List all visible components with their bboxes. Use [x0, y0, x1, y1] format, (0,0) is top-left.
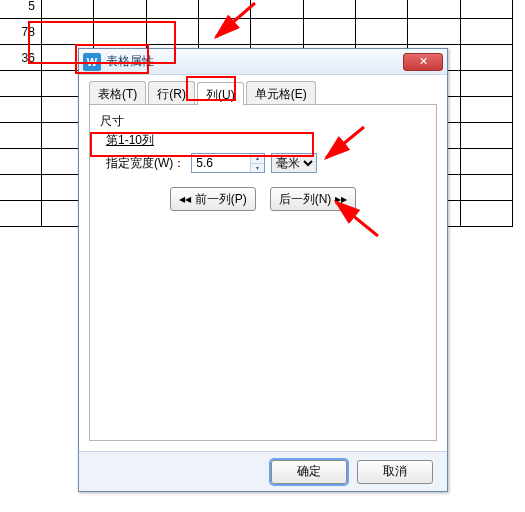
rewind-icon: ◀◀	[179, 195, 191, 204]
dialog-footer: 确定 取消	[79, 451, 447, 491]
tab-strip: 表格(T) 行(R) 列(U) 单元格(E)	[89, 81, 437, 105]
close-icon: ✕	[419, 55, 428, 68]
tab-column[interactable]: 列(U)	[197, 82, 244, 105]
tab-table[interactable]: 表格(T)	[89, 81, 146, 104]
dialog-title: 表格属性	[106, 53, 403, 70]
width-row: 指定宽度(W)： ▴ ▾ 毫米	[106, 153, 426, 173]
size-group-label: 尺寸	[100, 113, 426, 130]
column-range-label: 第1-10列	[106, 132, 426, 149]
cell[interactable]: 36	[0, 45, 41, 71]
next-column-button[interactable]: 后一列(N) ▶▶	[270, 187, 357, 211]
width-label: 指定宽度(W)：	[106, 155, 185, 172]
prev-label: 前一列(P)	[195, 191, 247, 208]
tab-cell[interactable]: 单元格(E)	[246, 81, 316, 104]
unit-select[interactable]: 毫米	[271, 153, 317, 173]
cancel-button[interactable]: 取消	[357, 460, 433, 484]
cell[interactable]: 78	[0, 19, 41, 45]
tab-content: 尺寸 第1-10列 指定宽度(W)： ▴ ▾ 毫米 ◀◀ 前一列(	[89, 105, 437, 441]
ok-button[interactable]: 确定	[271, 460, 347, 484]
cell[interactable]: 5	[0, 0, 41, 19]
spin-down-icon[interactable]: ▾	[251, 164, 264, 173]
next-label: 后一列(N)	[279, 191, 332, 208]
width-input[interactable]	[192, 154, 250, 172]
forward-icon: ▶▶	[335, 195, 347, 204]
width-spinner: ▴ ▾	[191, 153, 265, 173]
titlebar[interactable]: W 表格属性 ✕	[79, 49, 447, 75]
table-properties-dialog: W 表格属性 ✕ 表格(T) 行(R) 列(U) 单元格(E) 尺寸 第1-10…	[78, 48, 448, 492]
app-icon: W	[83, 53, 101, 71]
prev-column-button[interactable]: ◀◀ 前一列(P)	[170, 187, 256, 211]
spin-up-icon[interactable]: ▴	[251, 154, 264, 164]
tab-row[interactable]: 行(R)	[148, 81, 195, 104]
close-button[interactable]: ✕	[403, 53, 443, 71]
